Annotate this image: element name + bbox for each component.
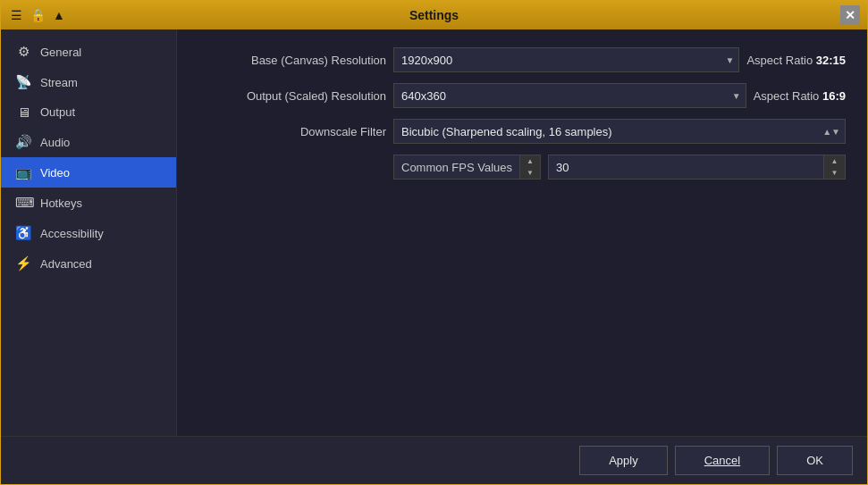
fps-value-wrapper: ▲ ▼ — [548, 155, 846, 180]
sidebar-item-audio[interactable]: 🔊 Audio — [1, 127, 176, 157]
advanced-icon: ⚡ — [15, 255, 31, 272]
sidebar-item-general[interactable]: ⚙ General — [1, 37, 176, 67]
base-resolution-row: Base (Canvas) Resolution 1920x900 1920x1… — [198, 47, 846, 72]
menu-icon[interactable]: ☰ — [8, 7, 24, 23]
sidebar-item-video[interactable]: 📺 Video — [1, 157, 176, 188]
fps-label-span: Common FPS Values — [401, 161, 512, 174]
titlebar-left: ☰ 🔒 ▲ — [8, 7, 67, 23]
fps-value-down-icon[interactable]: ▼ — [824, 167, 845, 179]
sidebar-item-hotkeys[interactable]: ⌨ Hotkeys — [1, 188, 176, 218]
content-area: ⚙ General 📡 Stream 🖥 Output 🔊 Audio 📺 Vi — [1, 29, 867, 436]
base-resolution-label: Base (Canvas) Resolution — [198, 54, 386, 67]
fps-value-up-icon[interactable]: ▲ — [824, 155, 845, 167]
sidebar-item-output[interactable]: 🖥 Output — [1, 97, 176, 127]
accessibility-icon: ♿ — [15, 225, 31, 241]
sidebar-label-audio: Audio — [40, 136, 70, 149]
main-content: Base (Canvas) Resolution 1920x900 1920x1… — [177, 29, 867, 436]
sidebar-item-advanced[interactable]: ⚡ Advanced — [1, 248, 176, 279]
close-button[interactable]: ✕ — [840, 5, 860, 25]
output-resolution-label: Output (Scaled) Resolution — [198, 89, 386, 103]
fps-label-up-icon[interactable]: ▲ — [520, 155, 540, 167]
sidebar-label-video: Video — [40, 166, 70, 180]
window-title: Settings — [409, 8, 459, 22]
output-resolution-row: Output (Scaled) Resolution 640x360 1280x… — [198, 83, 846, 108]
bottom-bar: Apply Cancel OK — [1, 436, 867, 484]
hotkeys-icon: ⌨ — [15, 195, 31, 211]
sidebar-label-hotkeys: Hotkeys — [40, 197, 82, 210]
sidebar-item-stream[interactable]: 📡 Stream — [1, 67, 176, 97]
sidebar-label-advanced: Advanced — [40, 257, 92, 271]
output-icon: 🖥 — [15, 105, 31, 120]
sidebar-label-stream: Stream — [40, 76, 78, 89]
audio-icon: 🔊 — [15, 134, 31, 150]
fps-value-control: ▲ ▼ — [548, 155, 846, 180]
obs-icon[interactable]: ▲ — [51, 7, 67, 23]
fps-control: Common FPS Values ▲ ▼ — [393, 155, 846, 180]
output-resolution-control: 640x360 1280x720 1920x1080 ▼ Aspect Rati… — [393, 83, 846, 108]
base-aspect-value: 32:15 — [816, 54, 846, 67]
ok-button[interactable]: OK — [777, 446, 853, 475]
sidebar: ⚙ General 📡 Stream 🖥 Output 🔊 Audio 📺 Vi — [1, 29, 177, 436]
apply-button[interactable]: Apply — [579, 446, 668, 475]
fps-value-spinner[interactable]: ▲ ▼ — [823, 155, 845, 179]
sidebar-item-accessibility[interactable]: ♿ Accessibility — [1, 218, 176, 248]
fps-label-text: Common FPS Values — [393, 155, 519, 180]
cancel-button[interactable]: Cancel — [675, 446, 770, 475]
fps-label-spinner[interactable]: ▲ ▼ — [519, 155, 541, 180]
base-resolution-select[interactable]: 1920x900 1920x1080 1280x720 — [393, 47, 739, 72]
settings-grid: Base (Canvas) Resolution 1920x900 1920x1… — [198, 47, 846, 180]
sidebar-label-accessibility: Accessibility — [40, 227, 104, 240]
downscale-filter-control: Bicubic (Sharpened scaling, 16 samples) … — [393, 119, 846, 144]
output-resolution-select[interactable]: 640x360 1280x720 1920x1080 — [393, 83, 746, 108]
fps-label-control: Common FPS Values ▲ ▼ — [393, 155, 541, 180]
fps-label-down-icon[interactable]: ▼ — [520, 167, 540, 179]
gear-icon: ⚙ — [15, 44, 31, 60]
downscale-filter-label: Downscale Filter — [198, 125, 386, 138]
titlebar: ☰ 🔒 ▲ Settings ✕ — [1, 1, 867, 29]
video-icon: 📺 — [15, 164, 31, 180]
fps-row: Common FPS Values ▲ ▼ — [198, 155, 846, 180]
base-resolution-control: 1920x900 1920x1080 1280x720 ▼ Aspect Rat… — [393, 47, 846, 72]
downscale-filter-select-wrapper: Bicubic (Sharpened scaling, 16 samples) … — [393, 119, 846, 144]
sidebar-label-general: General — [40, 46, 81, 59]
output-aspect-value: 16:9 — [822, 89, 846, 103]
lock-icon[interactable]: 🔒 — [29, 7, 46, 23]
settings-window: ☰ 🔒 ▲ Settings ✕ ⚙ General 📡 Stream 🖥 Ou… — [0, 0, 868, 485]
base-resolution-select-wrapper: 1920x900 1920x1080 1280x720 ▼ — [393, 47, 739, 72]
sidebar-label-output: Output — [40, 105, 75, 119]
downscale-filter-select[interactable]: Bicubic (Sharpened scaling, 16 samples) … — [393, 119, 846, 144]
stream-icon: 📡 — [15, 74, 31, 90]
fps-value-input[interactable] — [548, 155, 846, 180]
output-resolution-select-wrapper: 640x360 1280x720 1920x1080 ▼ — [393, 83, 746, 108]
downscale-filter-row: Downscale Filter Bicubic (Sharpened scal… — [198, 119, 846, 144]
base-aspect-prefix: Aspect Ratio 32:15 — [746, 54, 846, 67]
output-aspect-prefix: Aspect Ratio 16:9 — [754, 89, 846, 103]
